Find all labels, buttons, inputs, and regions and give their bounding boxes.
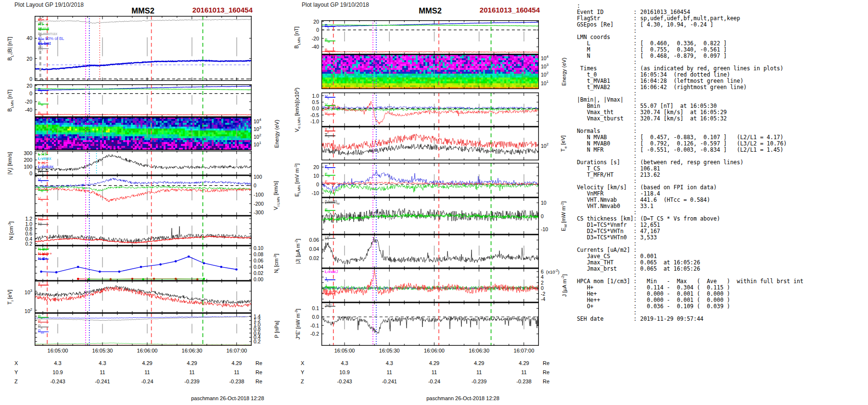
y-axis-label: BL,|B| [nT] <box>7 37 14 61</box>
coord-value: -0.243 <box>328 379 361 384</box>
y-tick-label: -40 <box>12 107 32 113</box>
coord-value: -0.24 <box>417 379 451 384</box>
coord-unit: Re <box>255 369 262 375</box>
mms-burst-plot-page: { "colors":{"event_id":"#a01010","marker… <box>0 0 868 405</box>
right-tick-label: 102 <box>541 143 549 148</box>
legend-item: (VexB)M <box>325 200 340 205</box>
legend-item: |V| <box>38 169 43 173</box>
legend-line-sample <box>38 283 49 287</box>
series-VN <box>35 187 252 202</box>
series-BN <box>35 114 252 115</box>
coord-value: 4.3 <box>86 360 119 366</box>
right-tick-label: 0 <box>541 286 544 291</box>
series-Tpar <box>35 287 252 307</box>
legend-line-sample <box>325 200 335 205</box>
time-tick-label: 16:06:00 <box>130 348 164 353</box>
coord-value: 11 <box>507 369 541 375</box>
coord-value: -0.24 <box>130 379 164 384</box>
right-footer: paschmann 26-Oct-2018 12:28 <box>400 395 525 401</box>
legend-item: JL <box>325 277 329 282</box>
coord-value: 11 <box>220 369 254 375</box>
legend-item: N He+ <box>38 247 50 251</box>
y-tick-label: 0 <box>299 182 319 187</box>
right-tick-label: -4 <box>541 297 545 302</box>
coord-value: 4.3 <box>328 360 361 366</box>
legend-line-sample <box>38 37 49 41</box>
right-axis-label: Energy (eV) <box>561 58 567 86</box>
coord-value: 4.29 <box>462 360 496 366</box>
series-VL <box>35 178 252 188</box>
series-EL <box>321 171 539 193</box>
right-tick-label: 10 <box>541 200 547 206</box>
right-tick-label: 0.04 <box>254 264 263 270</box>
panel-ion-temperature <box>35 281 252 313</box>
legend-line-sample <box>325 236 335 240</box>
y-tick-label: -1.0 <box>299 119 319 124</box>
y-axis-label: |Vi| [km/s] <box>7 152 14 174</box>
legend-line-sample <box>325 24 335 28</box>
legend-line-sample <box>38 22 49 26</box>
legend-line-sample <box>38 188 49 192</box>
legend-item: MVAB <box>38 27 49 31</box>
legend-item: HT <box>38 22 43 26</box>
coord-value: -0.238 <box>507 379 541 384</box>
legend-line-sample <box>38 217 49 222</box>
y-tick-label: -40 <box>299 44 319 50</box>
right-tick-label: 0.00 <box>254 277 263 282</box>
y-tick-label: 0.0 <box>299 106 319 111</box>
legend-line-sample <box>325 277 335 282</box>
right-axis-label: Energy (eV) <box>274 119 280 148</box>
panel-b-lmn <box>321 20 539 54</box>
right-tick-label: 100 <box>254 174 262 180</box>
right-axis-label: Ni [cm-3] <box>273 253 281 273</box>
panel-electron-energy-spectrogram <box>321 54 539 89</box>
coord-unit: Re <box>543 360 549 366</box>
panel-vi-magnitude <box>35 151 252 175</box>
y-tick-label: 100 <box>12 164 32 170</box>
y-tick-label: -0.1 <box>299 323 319 328</box>
legend-item: BL, 50% of BL <box>38 37 64 41</box>
panel-electron-temperature <box>321 127 539 160</box>
coord-value: -0.241 <box>372 379 406 384</box>
legend-line-sample <box>38 88 49 92</box>
right-axis-label: EM [mW m-2] <box>560 201 568 231</box>
legend-line-sample <box>38 329 49 334</box>
right-tick-label: -200 <box>254 201 264 207</box>
time-tick-label: 16:06:30 <box>175 348 209 353</box>
coord-value: 4.29 <box>220 360 254 366</box>
y-tick-label: 20 <box>12 56 32 62</box>
y-axis-label: |J| [µA m-2] <box>294 239 301 264</box>
legend-item: J*E' <box>325 304 332 308</box>
y-tick-label: 103 <box>12 289 32 295</box>
legend-line-sample <box>38 32 49 36</box>
series-Vmag <box>35 155 252 171</box>
legend-item: EL <box>325 165 329 170</box>
time-tick-label: 16:05:00 <box>328 348 361 353</box>
right-tick-label: 0 <box>541 214 544 219</box>
legend-line-sample <box>325 285 335 289</box>
panel-pressure <box>35 313 252 346</box>
y-tick-label: 40 <box>12 36 32 41</box>
right-tick-label: 104 <box>541 55 549 61</box>
legend-item: VN <box>38 196 43 202</box>
legend-line-sample <box>325 165 335 170</box>
y-tick-label: 300 <box>12 151 32 156</box>
series-JN <box>321 270 539 296</box>
coord-value: 10.9 <box>41 369 75 375</box>
legend-line-sample <box>38 41 49 46</box>
legend-item: EM <box>325 172 330 178</box>
coord-value: 11 <box>86 369 119 375</box>
coord-row-label: X <box>14 360 18 366</box>
right-tick-label: 0.10 <box>254 246 263 251</box>
coord-value: 4.29 <box>175 360 209 366</box>
coord-value: 11 <box>372 369 406 375</box>
legend-line-sample <box>38 247 49 251</box>
right-tick-label: 6 <box>541 269 544 274</box>
legend-line-sample <box>325 112 335 116</box>
legend-line-sample <box>38 112 49 116</box>
legend-item: EM <box>325 208 330 213</box>
legend-item: cs <box>38 17 42 22</box>
right-axis-label: Te [eV] <box>560 135 567 152</box>
y-tick-label: 102 <box>12 308 32 314</box>
y-tick-label: -20 <box>12 99 32 105</box>
